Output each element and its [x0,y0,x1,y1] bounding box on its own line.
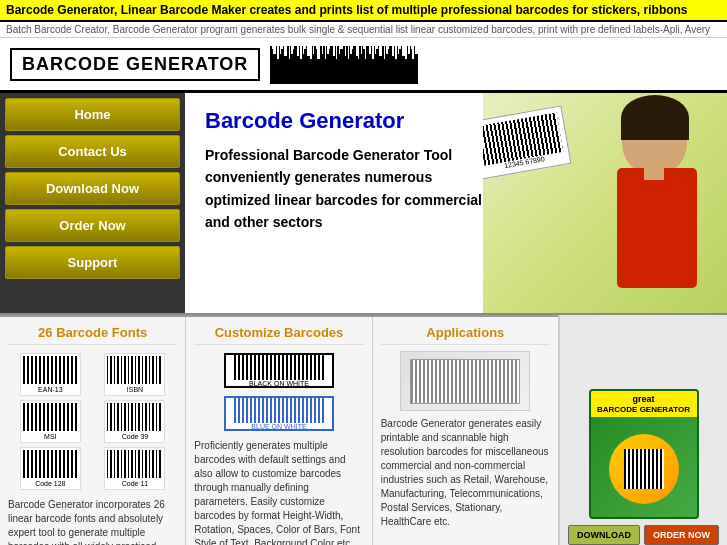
product-box-area: great BARCODE GENERATOR DOWNLOAD ORDER N… [558,315,727,545]
sub-banner: Batch Barcode Creator, Barcode Generator… [0,22,727,38]
blue-on-white-barcode: BLUE ON WHITE [224,396,334,431]
col2-text: Proficiently generates multiple barcodes… [194,439,363,545]
left-nav: Home Contact Us Download Now Order Now S… [0,93,185,313]
logo-bar: BARCODE GENERATOR (function(){ const bar… [0,38,727,93]
product-order-button[interactable]: ORDER NOW [644,525,719,545]
barcode-isbn: ISBN [104,353,165,396]
col-applications: Applications Barcode Generator generates… [373,317,558,545]
col1-images: EAN-13 ISBN MSI Code 39 Code 128 [8,351,177,492]
barcode-code128: Code 128 [20,447,81,490]
barcode-code11: Code 11 [104,447,165,490]
top-banner-text: Barcode Generator, Linear Barcode Maker … [6,3,688,17]
hero-title: Barcode Generator [205,108,490,134]
nav-order[interactable]: Order Now [5,209,180,242]
product-download-button[interactable]: DOWNLOAD [568,525,640,545]
hero-content: Barcode Generator Professional Barcode G… [185,93,510,249]
product-box: great BARCODE GENERATOR [589,389,699,519]
product-box-buttons: DOWNLOAD ORDER NOW [568,525,719,545]
barcode-ean13: EAN-13 [20,353,81,396]
product-box-top-label: great BARCODE GENERATOR [591,391,697,417]
col1-text: Barcode Generator incorporates 26 linear… [8,498,177,545]
sub-banner-text: Batch Barcode Creator, Barcode Generator… [6,24,710,35]
nav-support[interactable]: Support [5,246,180,279]
col-customize: Customize Barcodes BLACK ON WHITE BLUE O… [186,317,372,545]
hero-description: Professional Barcode Generator Tool conv… [205,144,490,234]
logo-text: BARCODE GENERATOR [10,48,260,81]
nav-contact[interactable]: Contact Us [5,135,180,168]
col1-header: 26 Barcode Fonts [8,325,177,345]
col3-text: Barcode Generator generates easily print… [381,417,550,529]
nav-home[interactable]: Home [5,98,180,131]
hero-area: Barcode Generator Professional Barcode G… [185,93,727,313]
app-barcode-img [400,351,530,411]
black-on-white-barcode: BLACK ON WHITE [224,353,334,388]
three-cols: 26 Barcode Fonts EAN-13 ISBN MSI Code 39 [0,315,558,545]
barcode-msi: MSI [20,400,81,443]
col2-images: BLACK ON WHITE BLUE ON WHITE [194,351,363,433]
col2-header: Customize Barcodes [194,325,363,345]
features-section: 26 Barcode Fonts EAN-13 ISBN MSI Code 39 [0,313,727,545]
main-layout: Home Contact Us Download Now Order Now S… [0,93,727,313]
barcode-decoration: (function(){ const bar = document.queryS… [270,44,717,84]
product-box-icon [609,434,679,504]
barcode-code39: Code 39 [104,400,165,443]
nav-download[interactable]: Download Now [5,172,180,205]
col3-header: Applications [381,325,550,345]
top-banner: Barcode Generator, Linear Barcode Maker … [0,0,727,22]
col-barcode-fonts: 26 Barcode Fonts EAN-13 ISBN MSI Code 39 [0,317,186,545]
hero-image: 12345 67890 [483,93,727,313]
